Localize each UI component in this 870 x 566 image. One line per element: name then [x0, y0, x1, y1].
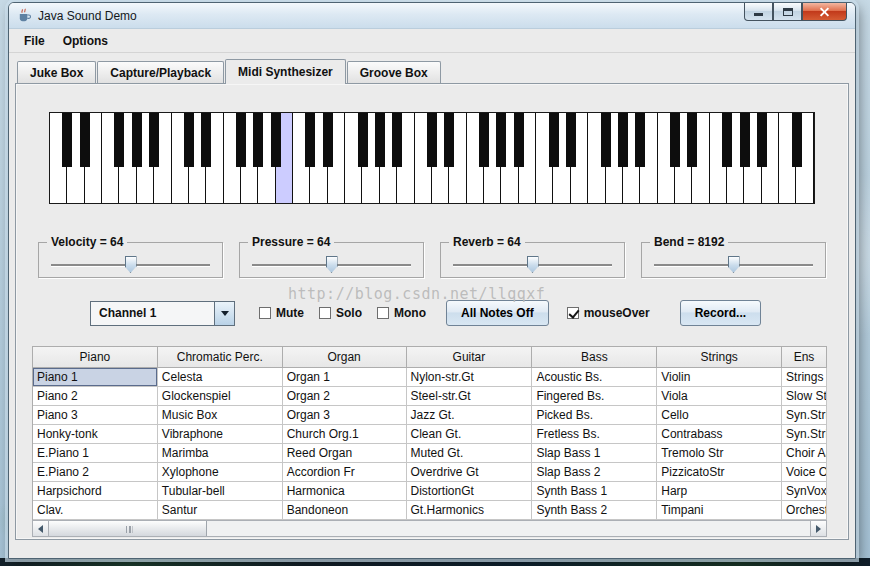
instrument-cell[interactable]: Harpsichord	[33, 482, 158, 501]
menu-options[interactable]: Options	[54, 31, 117, 51]
minimize-button[interactable]	[744, 3, 773, 21]
instrument-cell-selected[interactable]: Piano 1	[33, 368, 158, 387]
column-header-bass[interactable]: Bass	[532, 346, 657, 368]
tab-capture-playback[interactable]: Capture/Playback	[97, 61, 224, 83]
instrument-cell[interactable]: Fretless Bs.	[532, 425, 657, 444]
piano-black-key[interactable]	[149, 113, 159, 167]
instrument-cell[interactable]: Church Org.1	[283, 425, 407, 444]
mute-checkbox-box[interactable]	[259, 307, 271, 319]
solo-checkbox[interactable]: Solo	[319, 306, 362, 320]
maximize-button[interactable]	[773, 3, 802, 21]
piano-black-key[interactable]	[566, 113, 576, 167]
instrument-cell[interactable]: Viola	[657, 387, 782, 406]
mono-checkbox-box[interactable]	[377, 307, 389, 319]
tab-juke-box[interactable]: Juke Box	[17, 61, 96, 83]
mute-checkbox[interactable]: Mute	[259, 306, 304, 320]
piano-black-key[interactable]	[62, 113, 72, 167]
instrument-cell[interactable]: Orchestra	[782, 501, 827, 520]
column-header-chromatic-perc-[interactable]: Chromatic Perc.	[158, 346, 283, 368]
instrument-cell[interactable]: Fingered Bs.	[532, 387, 657, 406]
instrument-cell[interactable]: Reed Organ	[283, 444, 407, 463]
column-header-organ[interactable]: Organ	[283, 346, 407, 368]
piano-black-key[interactable]	[670, 113, 680, 167]
instrument-cell[interactable]: Choir Aah	[782, 444, 827, 463]
instrument-cell[interactable]: Clav.	[33, 501, 158, 520]
reverb-slider-thumb[interactable]	[527, 256, 539, 273]
reverb-slider[interactable]	[453, 264, 612, 266]
piano-black-key[interactable]	[549, 113, 559, 167]
piano-black-key[interactable]	[618, 113, 628, 167]
scroll-left-button[interactable]	[33, 521, 49, 536]
piano-black-key[interactable]	[514, 113, 524, 167]
column-header-ens[interactable]: Ens	[782, 346, 827, 368]
piano-black-key[interactable]	[427, 113, 437, 167]
instrument-cell[interactable]: Slap Bass 1	[532, 444, 657, 463]
piano-black-key[interactable]	[392, 113, 402, 167]
piano-black-key[interactable]	[236, 113, 246, 167]
instrument-cell[interactable]: Acoustic Bs.	[532, 368, 657, 387]
instrument-cell[interactable]: SynVox	[782, 482, 827, 501]
menu-file[interactable]: File	[15, 31, 54, 51]
piano-black-key[interactable]	[253, 113, 263, 167]
instrument-cell[interactable]: Syn.String	[782, 406, 827, 425]
instrument-cell[interactable]: Xylophone	[158, 463, 283, 482]
instrument-cell[interactable]: Steel-str.Gt	[407, 387, 533, 406]
instrument-cell[interactable]: Harp	[657, 482, 782, 501]
instrument-cell[interactable]: Organ 2	[283, 387, 407, 406]
instrument-cell[interactable]: Harmonica	[283, 482, 407, 501]
mono-checkbox[interactable]: Mono	[377, 306, 426, 320]
instrument-cell[interactable]: Cello	[657, 406, 782, 425]
instrument-cell[interactable]: Organ 1	[283, 368, 407, 387]
instrument-cell[interactable]: Syn.String	[782, 425, 827, 444]
record-button[interactable]: Record...	[680, 300, 761, 326]
instrument-cell[interactable]: Overdrive Gt	[407, 463, 533, 482]
tab-groove-box[interactable]: Groove Box	[347, 61, 441, 83]
instrument-cell[interactable]: Glockenspiel	[158, 387, 283, 406]
mouseover-checkbox-box[interactable]	[567, 307, 579, 319]
instrument-cell[interactable]: Clean Gt.	[407, 425, 533, 444]
instrument-cell[interactable]: Marimba	[158, 444, 283, 463]
instrument-cell[interactable]: Santur	[158, 501, 283, 520]
piano-black-key[interactable]	[722, 113, 732, 167]
instrument-cell[interactable]: Slow Strin	[782, 387, 827, 406]
horizontal-scrollbar[interactable]	[32, 520, 827, 537]
instrument-cell[interactable]: Synth Bass 2	[532, 501, 657, 520]
instrument-cell[interactable]: Vibraphone	[158, 425, 283, 444]
instrument-cell[interactable]: Nylon-str.Gt	[407, 368, 533, 387]
piano-black-key[interactable]	[132, 113, 142, 167]
instrument-cell[interactable]: Gt.Harmonics	[407, 501, 533, 520]
piano-black-key[interactable]	[687, 113, 697, 167]
instrument-cell[interactable]: E.Piano 2	[33, 463, 158, 482]
piano-black-key[interactable]	[323, 113, 333, 167]
piano-black-key[interactable]	[358, 113, 368, 167]
instrument-cell[interactable]: Slap Bass 2	[532, 463, 657, 482]
channel-select[interactable]: Channel 1	[90, 301, 235, 326]
instrument-cell[interactable]: Piano 2	[33, 387, 158, 406]
instrument-cell[interactable]: Tremolo Str	[657, 444, 782, 463]
instrument-cell[interactable]: DistortionGt	[407, 482, 533, 501]
all-notes-off-button[interactable]: All Notes Off	[446, 300, 549, 326]
column-header-piano[interactable]: Piano	[33, 346, 158, 368]
piano-black-key[interactable]	[184, 113, 194, 167]
piano-black-key[interactable]	[201, 113, 211, 167]
solo-checkbox-box[interactable]	[319, 307, 331, 319]
bend-slider[interactable]	[654, 264, 813, 266]
piano-black-key[interactable]	[635, 113, 645, 167]
bend-slider-thumb[interactable]	[728, 256, 740, 273]
instrument-cell[interactable]: Voice Ooh	[782, 463, 827, 482]
velocity-slider-thumb[interactable]	[125, 256, 137, 273]
channel-select-arrow-button[interactable]	[214, 302, 234, 325]
instrument-cell[interactable]: Piano 3	[33, 406, 158, 425]
instrument-cell[interactable]: Accordion Fr	[283, 463, 407, 482]
instrument-cell[interactable]: Organ 3	[283, 406, 407, 425]
instrument-cell[interactable]: Tubular-bell	[158, 482, 283, 501]
window-titlebar[interactable]: Java Sound Demo	[9, 3, 855, 29]
piano-black-key[interactable]	[80, 113, 90, 167]
piano-black-key[interactable]	[444, 113, 454, 167]
close-button[interactable]	[802, 3, 847, 21]
tab-midi-synthesizer[interactable]: Midi Synthesizer	[225, 59, 346, 84]
instrument-cell[interactable]: Music Box	[158, 406, 283, 425]
instrument-cell[interactable]: Honky-tonk	[33, 425, 158, 444]
instrument-cell[interactable]: Synth Bass 1	[532, 482, 657, 501]
instrument-cell[interactable]: PizzicatoStr	[657, 463, 782, 482]
